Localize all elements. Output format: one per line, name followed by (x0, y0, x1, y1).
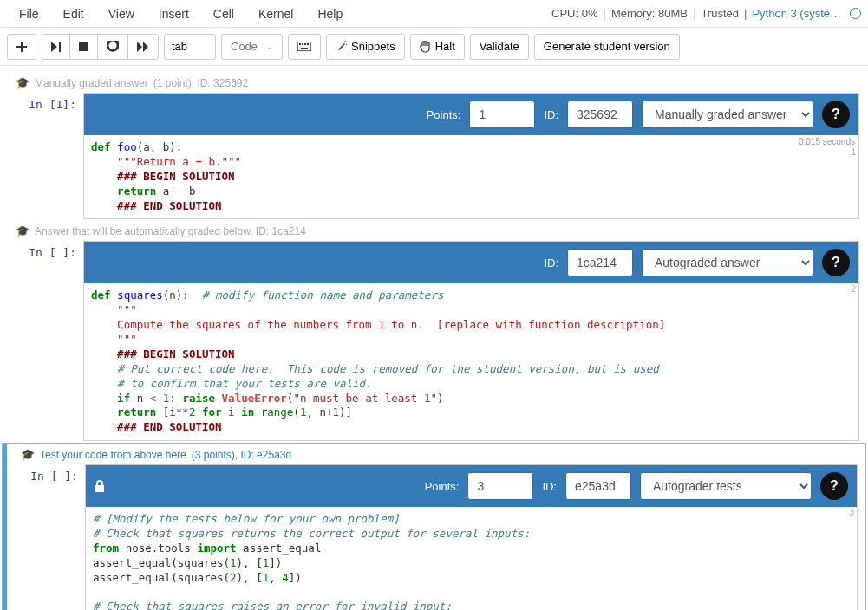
memory-status: Memory: 80MB (606, 7, 693, 20)
svg-rect-2 (299, 43, 301, 45)
id-label: ID: (544, 256, 558, 269)
cell-3[interactable]: In [ ]: Points: ID: Autograder tests ? 3… (2, 464, 866, 610)
nbgrader-toolbar: ID: Autograded answer ? (84, 242, 858, 283)
trusted-status[interactable]: Trusted (695, 7, 744, 20)
cell-2[interactable]: In [ ]: ID: Autograded answer ? 2 def sq… (0, 241, 868, 441)
cell-1[interactable]: In [1]: Points: ID: Manually graded answ… (0, 93, 868, 219)
celltype-nbgrader-select[interactable]: Autograded answer (642, 249, 813, 276)
plus-icon (16, 42, 27, 52)
celltype-nbgrader-select[interactable]: Autograder tests (640, 472, 812, 500)
annotation-text: Answer that will be automatically graded… (35, 225, 306, 237)
run-all-button[interactable] (127, 34, 159, 60)
kernel-status-icon (850, 8, 861, 19)
kernel-name[interactable]: Python 3 (syste… (747, 7, 846, 20)
stop-icon (79, 42, 88, 51)
annotation-meta: (3 points), ID: e25a3d (192, 449, 291, 461)
annotation-text: Manually graded answer (35, 77, 148, 89)
id-label: ID: (544, 108, 558, 121)
id-input[interactable] (567, 249, 633, 276)
code-editor[interactable]: def foo(a, b): """Return a + b.""" ### B… (84, 135, 858, 218)
input-prompt: In [1]: (0, 93, 83, 219)
restart-icon (107, 41, 119, 52)
annotation-meta: (1 point), ID: 325692 (153, 77, 248, 89)
id-input[interactable] (567, 101, 633, 128)
notebook-container: 🎓 Manually graded answer (1 point), ID: … (0, 66, 868, 610)
svg-rect-6 (301, 48, 308, 49)
menu-edit[interactable]: Edit (51, 3, 96, 24)
cpu-status: CPU: 0% (546, 7, 603, 20)
lock-icon (95, 480, 105, 492)
keyboard-icon (297, 42, 311, 51)
input-prompt: In [ ]: (0, 241, 83, 441)
points-input[interactable] (467, 472, 533, 500)
menu-file[interactable]: File (7, 3, 51, 24)
points-label: Points: (425, 480, 460, 493)
generate-student-button[interactable]: Generate student version (534, 34, 680, 60)
menu-cell[interactable]: Cell (201, 3, 246, 24)
cell-number: 3 (849, 508, 854, 517)
celltype-label: Code (231, 40, 258, 53)
svg-rect-1 (297, 42, 311, 51)
input-prompt: In [ ]: (2, 464, 85, 610)
svg-rect-3 (302, 43, 303, 45)
points-input[interactable] (469, 101, 535, 128)
halt-label: Halt (435, 40, 455, 53)
menu-bar: File Edit View Insert Cell Kernel Help C… (0, 0, 868, 28)
validate-button[interactable]: Validate (470, 34, 529, 60)
help-button[interactable]: ? (822, 249, 850, 276)
cell-annotation: 🎓 Test your code from above here (3 poin… (2, 445, 866, 464)
cell-annotation: 🎓 Manually graded answer (1 point), ID: … (0, 73, 868, 93)
celltype-select[interactable]: Code ⌄ (221, 34, 283, 60)
svg-rect-5 (307, 43, 309, 45)
help-button[interactable]: ? (822, 101, 850, 128)
hand-icon (420, 41, 431, 53)
cell-number: 1 (851, 147, 856, 157)
svg-rect-0 (79, 42, 88, 51)
run-next-button[interactable] (42, 34, 70, 60)
cell-body: ID: Autograded answer ? 2 def squares(n)… (83, 241, 859, 441)
graduation-cap-icon: 🎓 (16, 76, 29, 89)
svg-rect-4 (304, 43, 306, 45)
halt-button[interactable]: Halt (410, 34, 465, 60)
graduation-cap-icon: 🎓 (16, 224, 29, 237)
nbgrader-toolbar: Points: ID: Manually graded answer ? (84, 94, 858, 135)
id-label: ID: (542, 480, 557, 493)
toolbar: Code ⌄ Snippets Halt Validate Generate s… (0, 28, 868, 66)
nbgrader-toolbar: Points: ID: Autograder tests ? (86, 465, 857, 507)
points-label: Points: (427, 108, 461, 121)
id-input[interactable] (565, 472, 631, 500)
menu-insert[interactable]: Insert (147, 3, 201, 24)
execution-timing: 0.015 seconds (799, 137, 855, 146)
menu-kernel[interactable]: Kernel (246, 3, 305, 24)
celltype-nbgrader-select[interactable]: Manually graded answer (642, 101, 813, 128)
graduation-cap-icon: 🎓 (21, 448, 35, 461)
snippets-label: Snippets (351, 40, 395, 53)
cell-annotation: 🎓 Answer that will be automatically grad… (0, 221, 868, 241)
wand-icon (336, 41, 347, 52)
restart-button[interactable] (97, 34, 128, 60)
menu-help[interactable]: Help (305, 3, 355, 24)
fast-forward-icon (137, 42, 149, 52)
snippets-button[interactable]: Snippets (326, 34, 405, 60)
cell-body: Points: ID: Manually graded answer ? 0.0… (83, 93, 859, 219)
cell-wrap-3: 🎓 Test your code from above here (3 poin… (0, 443, 868, 610)
step-forward-icon (51, 42, 61, 52)
chevron-down-icon: ⌄ (266, 42, 273, 51)
add-cell-button[interactable] (7, 34, 36, 60)
help-button[interactable]: ? (820, 472, 848, 500)
code-editor[interactable]: def squares(n): # modify function name a… (84, 283, 858, 440)
annotation-text: Test your code from above here (40, 449, 186, 461)
cell-body: Points: ID: Autograder tests ? 3 # [Modi… (85, 464, 858, 610)
command-palette-button[interactable] (288, 34, 321, 60)
cell-number: 2 (851, 284, 856, 294)
menu-view[interactable]: View (96, 3, 147, 24)
stop-button[interactable] (69, 34, 98, 60)
tab-input[interactable] (164, 34, 216, 60)
cell-wrap-1: 🎓 Manually graded answer (1 point), ID: … (0, 73, 868, 219)
code-editor[interactable]: # [Modify the tests below for your own p… (86, 507, 857, 610)
cell-wrap-2: 🎓 Answer that will be automatically grad… (0, 221, 868, 441)
